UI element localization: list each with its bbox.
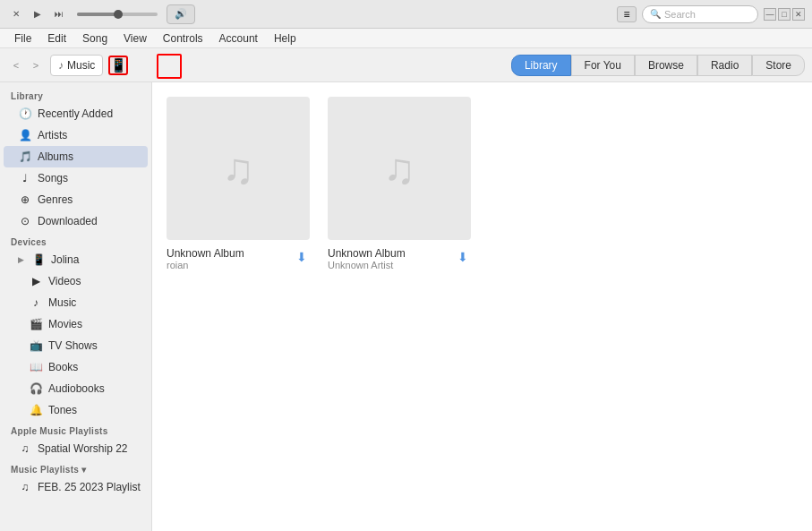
- sidebar-item-books[interactable]: 📖 Books: [4, 356, 148, 378]
- volume-button[interactable]: 🔊: [167, 4, 195, 24]
- recently-added-icon: 🕐: [18, 107, 32, 121]
- movies-label: Movies: [48, 318, 82, 330]
- album-art-1: ♫: [167, 97, 310, 240]
- sidebar-item-downloaded[interactable]: ⊙ Downloaded: [4, 210, 148, 232]
- album-text-2: Unknown Album Unknown Artist: [328, 247, 455, 270]
- recently-added-label: Recently Added: [38, 107, 113, 120]
- menu-bar: File Edit Song View Controls Account Hel…: [0, 29, 812, 48]
- main-layout: Library 🕐 Recently Added 👤 Artists 🎵 Alb…: [0, 82, 812, 531]
- menu-view[interactable]: View: [116, 30, 154, 47]
- device-icon: 📱: [31, 253, 46, 267]
- videos-icon: ▶: [29, 274, 43, 288]
- tab-browse[interactable]: Browse: [635, 55, 697, 76]
- album-card-2[interactable]: ♫ Unknown Album Unknown Artist ⬇: [328, 97, 471, 270]
- back-button[interactable]: <: [7, 56, 25, 74]
- forward-button[interactable]: >: [27, 56, 45, 74]
- progress-bar[interactable]: [77, 13, 158, 16]
- audiobooks-label: Audiobooks: [48, 382, 105, 395]
- album-art-2: ♫: [328, 97, 471, 240]
- album-text-1: Unknown Album roian: [167, 247, 294, 270]
- content-area: ♫ Unknown Album roian ⬇ ♫ Unknown A: [152, 82, 812, 531]
- feb-playlist-icon: ♫: [18, 480, 32, 494]
- progress-thumb[interactable]: [114, 10, 123, 19]
- sidebar-item-feb-playlist[interactable]: ♫ FEB. 25 2023 Playlist: [4, 476, 148, 498]
- downloaded-icon: ⊙: [18, 214, 32, 228]
- menu-file[interactable]: File: [7, 30, 38, 47]
- device-icon-button[interactable]: 📱: [108, 56, 128, 75]
- devices-header: Devices: [0, 232, 151, 249]
- audiobooks-icon: 🎧: [29, 381, 43, 396]
- close-button[interactable]: ✕: [792, 8, 805, 21]
- tab-store[interactable]: Store: [752, 55, 805, 76]
- sidebar-item-spatial-worship[interactable]: ♫ Spatial Worship 22: [4, 438, 148, 459]
- album-card-1[interactable]: ♫ Unknown Album roian ⬇: [167, 97, 310, 270]
- album-title-2: Unknown Album: [328, 247, 455, 260]
- tab-radio[interactable]: Radio: [697, 55, 752, 76]
- songs-icon: ♩: [18, 171, 32, 185]
- nav-section-label: Music: [67, 59, 95, 72]
- device-jolina-label: Jolina: [51, 253, 79, 266]
- minimize-button[interactable]: —: [764, 8, 776, 21]
- albums-icon: 🎵: [18, 150, 32, 164]
- album-title-1: Unknown Album: [167, 247, 294, 260]
- movies-icon: 🎬: [29, 317, 43, 331]
- play-button[interactable]: ▶: [29, 5, 47, 23]
- videos-label: Videos: [48, 275, 81, 287]
- device-music-icon: ♪: [29, 295, 43, 310]
- album-info-2: Unknown Album Unknown Artist ⬇: [328, 247, 471, 270]
- sidebar-item-device-jolina[interactable]: ▶ 📱 Jolina: [4, 249, 148, 270]
- title-bar: ✕ ▶ ⏭ 🔊 ≡ 🔍 Search — □ ✕: [0, 0, 812, 29]
- sidebar-item-videos[interactable]: ▶ Videos: [4, 270, 148, 292]
- title-bar-right: ≡ 🔍 Search — □ ✕: [617, 5, 805, 23]
- menu-help[interactable]: Help: [267, 30, 303, 47]
- album-download-2[interactable]: ⬇: [455, 249, 471, 265]
- tab-for-you[interactable]: For You: [571, 55, 635, 76]
- progress-fill: [77, 13, 117, 16]
- spatial-worship-icon: ♫: [18, 441, 32, 456]
- spatial-worship-label: Spatial Worship 22: [38, 442, 128, 455]
- album-art-note-1: ♫: [222, 144, 254, 193]
- nav-arrows: < >: [7, 56, 45, 74]
- sidebar-item-albums[interactable]: 🎵 Albums: [4, 146, 148, 167]
- sidebar-item-tones[interactable]: 🔔 Tones: [4, 399, 148, 421]
- device-music-label: Music: [48, 296, 76, 309]
- sidebar-item-device-music[interactable]: ♪ Music: [4, 292, 148, 313]
- menu-account[interactable]: Account: [212, 30, 265, 47]
- nav-bar: < > ♪ Music 📱 Library For You Browse Rad…: [0, 48, 812, 82]
- books-label: Books: [48, 361, 78, 373]
- tab-buttons: Library For You Browse Radio Store: [511, 55, 805, 76]
- search-box[interactable]: 🔍 Search: [642, 5, 758, 23]
- downloaded-label: Downloaded: [38, 215, 98, 227]
- list-view-button[interactable]: ≡: [617, 6, 637, 22]
- sidebar-item-artists[interactable]: 👤 Artists: [4, 124, 148, 146]
- tab-library[interactable]: Library: [511, 55, 571, 76]
- device-arrow-icon: ▶: [18, 255, 24, 264]
- music-playlists-header[interactable]: Music Playlists ▾: [0, 459, 151, 476]
- album-artist-1: roian: [167, 260, 294, 270]
- books-icon: 📖: [29, 360, 43, 374]
- sidebar-item-movies[interactable]: 🎬 Movies: [4, 313, 148, 335]
- sidebar-item-recently-added[interactable]: 🕐 Recently Added: [4, 103, 148, 124]
- feb-playlist-label: FEB. 25 2023 Playlist: [38, 481, 141, 493]
- sidebar-item-genres[interactable]: ⊕ Genres: [4, 189, 148, 210]
- sidebar-item-tvshows[interactable]: 📺 TV Shows: [4, 335, 148, 356]
- album-art-note-2: ♫: [383, 144, 415, 193]
- rewind-button[interactable]: ✕: [7, 5, 25, 23]
- maximize-button[interactable]: □: [778, 8, 791, 21]
- album-info-1: Unknown Album roian ⬇: [167, 247, 310, 270]
- sidebar-item-audiobooks[interactable]: 🎧 Audiobooks: [4, 378, 148, 399]
- sidebar-item-songs[interactable]: ♩ Songs: [4, 167, 148, 189]
- albums-grid: ♫ Unknown Album roian ⬇ ♫ Unknown A: [167, 97, 798, 270]
- menu-song[interactable]: Song: [75, 30, 115, 47]
- skip-button[interactable]: ⏭: [50, 5, 68, 23]
- search-icon: 🔍: [650, 9, 661, 19]
- apple-playlists-header: Apple Music Playlists: [0, 421, 151, 438]
- artists-icon: 👤: [18, 128, 32, 142]
- menu-edit[interactable]: Edit: [40, 30, 73, 47]
- albums-label: Albums: [38, 150, 73, 163]
- search-placeholder: Search: [664, 9, 696, 20]
- menu-controls[interactable]: Controls: [156, 30, 210, 47]
- album-download-1[interactable]: ⬇: [294, 249, 310, 265]
- songs-label: Songs: [38, 172, 68, 184]
- nav-section: ♪ Music: [50, 55, 103, 76]
